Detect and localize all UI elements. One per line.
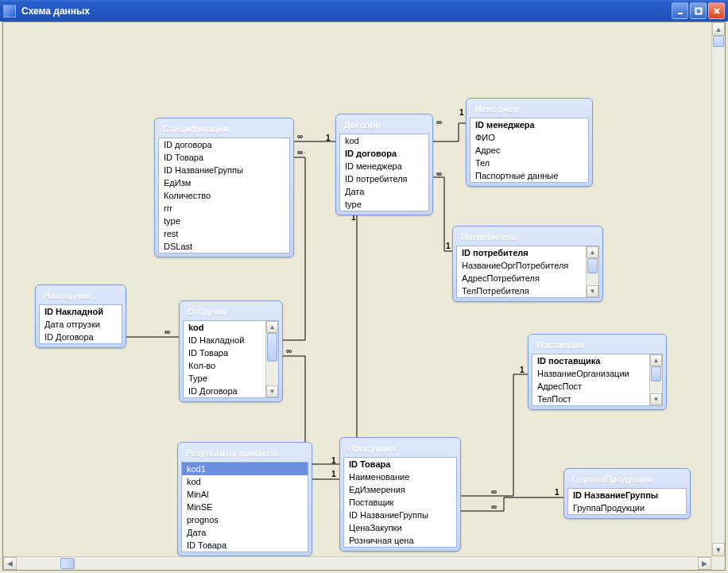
titlebar[interactable]: Схема данных xyxy=(0,0,728,21)
field[interactable]: Наименование xyxy=(344,470,456,483)
field[interactable]: Дата отгрузки xyxy=(40,318,122,331)
field[interactable]: Количество xyxy=(159,189,289,202)
field[interactable]: ID НазваниеГруппы xyxy=(159,164,289,176)
field[interactable]: Адрес xyxy=(470,144,588,157)
scroll-down-icon[interactable]: ▼ xyxy=(587,285,598,297)
field[interactable]: ID Договора xyxy=(184,385,265,397)
field[interactable]: ID НазваниеГруппы xyxy=(344,509,456,521)
table-otgruzka[interactable]: Отгрузка kod ID Накладной ID Товара Кол-… xyxy=(179,300,283,402)
field[interactable]: Type xyxy=(184,372,265,385)
scroll-thumb[interactable] xyxy=(60,558,75,569)
field[interactable]: ТелПост xyxy=(532,393,649,405)
table-body: ID менеджера ФИО Адрес Тел Паспортные да… xyxy=(470,118,589,183)
vertical-scrollbar[interactable]: ▲ ▼ xyxy=(711,22,725,556)
table-spec[interactable]: Спецификация . ID договора ID Товара ID … xyxy=(154,118,294,257)
field[interactable]: Дата xyxy=(182,526,308,539)
field[interactable]: Розничная цена xyxy=(344,534,456,547)
table-manager[interactable]: Менеджер ID менеджера ФИО Адрес Тел Пасп… xyxy=(466,98,593,187)
table-title: Поставщик xyxy=(532,338,663,354)
field[interactable]: ТелПотребителя xyxy=(457,285,585,297)
scroll-up-icon[interactable]: ▲ xyxy=(712,22,725,36)
field[interactable]: ЕдИзм xyxy=(159,176,289,189)
app-icon xyxy=(3,5,16,17)
workspace: ∞ 1 ∞ ∞ 1 ∞ 1 1 ∞ ∞ 1 1 1 ∞ ∞ 1 ∞ 1 Спец… xyxy=(2,21,726,571)
field-key[interactable]: ID Товара xyxy=(344,458,456,470)
field[interactable]: type xyxy=(340,198,428,211)
table-title: Продукция xyxy=(343,441,457,457)
field[interactable]: ЦенаЗакупки xyxy=(344,521,456,534)
table-body: ID Товара Наименование ЕдИзмерения Поста… xyxy=(343,457,457,548)
field[interactable]: kod xyxy=(340,134,428,147)
field[interactable]: ID Договора xyxy=(40,331,122,343)
field[interactable]: АдресПотребителя xyxy=(457,272,585,285)
window-buttons xyxy=(672,2,725,19)
table-group[interactable]: ГруппыПродукции ID НазваниеГруппы Группа… xyxy=(563,468,691,519)
table-title: Менеджер xyxy=(470,102,589,118)
scroll-thumb[interactable] xyxy=(713,36,724,47)
cardinality-many: ∞ xyxy=(491,487,497,496)
field-key[interactable]: ID НазваниеГруппы xyxy=(568,489,686,501)
field[interactable]: АдресПост xyxy=(532,380,649,393)
field[interactable]: ГруппаПродукции xyxy=(568,501,686,514)
scroll-track[interactable] xyxy=(712,36,725,543)
field[interactable]: ID Товара xyxy=(184,347,265,359)
field[interactable]: ID Товара xyxy=(182,539,308,552)
cardinality-many: ∞ xyxy=(286,347,292,355)
field-key[interactable]: ID потребителя xyxy=(457,246,585,259)
table-dogovor[interactable]: Договор kod ID договора ID менеджера ID … xyxy=(335,114,433,215)
field[interactable]: Поставщик xyxy=(344,496,456,509)
table-potreb[interactable]: Потребитель ID потребителя НазваниеОргПо… xyxy=(452,226,603,302)
field[interactable]: prognos xyxy=(182,513,308,526)
field[interactable]: rest xyxy=(159,227,289,240)
field-key[interactable]: ID договора xyxy=(340,147,428,160)
field[interactable]: DSLast xyxy=(159,240,289,253)
scroll-left-icon[interactable]: ◀ xyxy=(3,557,17,570)
field-key[interactable]: ID Накладной xyxy=(40,305,122,318)
scroll-down-icon[interactable]: ▼ xyxy=(650,393,662,405)
field[interactable]: Кол-во xyxy=(184,359,265,372)
scroll-down-icon[interactable]: ▼ xyxy=(712,543,725,556)
field[interactable]: MinSE xyxy=(182,501,308,513)
scroll-up-icon[interactable]: ▲ xyxy=(650,354,662,366)
minimize-button[interactable] xyxy=(672,2,688,19)
field-key[interactable]: ID менеджера xyxy=(470,118,588,131)
list-scrollbar[interactable]: ▲ ▼ xyxy=(265,321,278,397)
field[interactable]: ID менеджера xyxy=(340,160,428,172)
maximize-icon xyxy=(695,7,703,15)
scroll-right-icon[interactable]: ▶ xyxy=(698,557,711,570)
list-scrollbar[interactable]: ▲ ▼ xyxy=(649,354,662,405)
field[interactable]: Дата xyxy=(340,185,428,198)
close-button[interactable] xyxy=(708,2,725,19)
field[interactable]: rrr xyxy=(159,202,289,215)
table-results[interactable]: Результаты прогноза . kod1 kod MinAl Min… xyxy=(177,442,312,556)
field[interactable]: type xyxy=(159,215,289,227)
diagram-canvas[interactable]: ∞ 1 ∞ ∞ 1 ∞ 1 1 ∞ ∞ 1 1 1 ∞ ∞ 1 ∞ 1 Спец… xyxy=(3,22,711,556)
horizontal-scrollbar[interactable]: ◀ ▶ xyxy=(3,556,711,570)
scroll-up-icon[interactable]: ▲ xyxy=(266,321,278,333)
field[interactable]: ФИО xyxy=(470,131,588,144)
maximize-button[interactable] xyxy=(690,2,707,19)
field[interactable]: НазваниеОрганизации xyxy=(532,367,649,380)
field-selected[interactable]: kod1 xyxy=(182,463,308,475)
field[interactable]: НазваниеОргПотребителя xyxy=(457,259,585,272)
scroll-track[interactable] xyxy=(17,557,698,570)
table-postav[interactable]: Поставщик ID поставщика НазваниеОрганиза… xyxy=(528,334,667,410)
field[interactable]: ID потребителя xyxy=(340,172,428,185)
field[interactable]: ID Накладной xyxy=(184,334,265,347)
field[interactable]: MinAl xyxy=(182,488,308,501)
field-key[interactable]: ID поставщика xyxy=(532,354,649,367)
scroll-down-icon[interactable]: ▼ xyxy=(266,385,278,397)
field-key[interactable]: kod xyxy=(184,321,265,334)
field[interactable]: ID Товара xyxy=(159,151,289,164)
field[interactable]: Паспортные данные xyxy=(470,169,588,182)
cardinality-one: 1 xyxy=(326,134,331,142)
table-nakladnaya[interactable]: Накладная . ID Накладной Дата отгрузки I… xyxy=(35,285,126,348)
table-title: Договор xyxy=(339,118,429,134)
table-product[interactable]: Продукция ID Товара Наименование ЕдИзмер… xyxy=(339,437,461,552)
field[interactable]: kod xyxy=(182,475,308,488)
list-scrollbar[interactable]: ▲ ▼ xyxy=(586,246,598,297)
scroll-up-icon[interactable]: ▲ xyxy=(587,246,598,258)
field[interactable]: ЕдИзмерения xyxy=(344,483,456,496)
field[interactable]: ID договора xyxy=(159,138,289,151)
field[interactable]: Тел xyxy=(470,157,588,169)
